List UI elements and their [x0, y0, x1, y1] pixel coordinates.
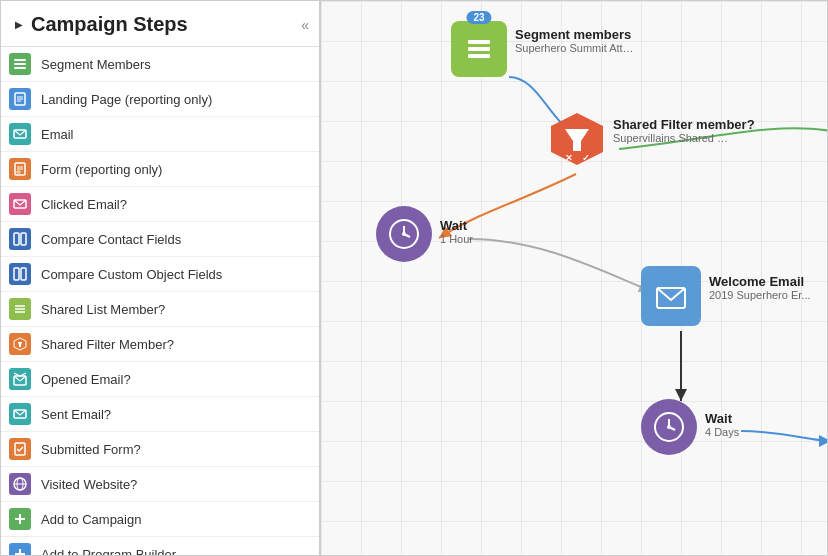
svg-point-50	[667, 425, 671, 429]
badge: 23	[466, 11, 491, 24]
sidebar: ▶ Campaign Steps « Segment Members Landi…	[1, 1, 321, 556]
wait2-title: Wait	[705, 411, 739, 426]
wait1-subtitle: 1 Hour	[440, 233, 473, 245]
email-title: Welcome Email	[709, 274, 811, 289]
svg-text:✓: ✓	[582, 153, 590, 163]
sidebar-item-opened-email[interactable]: Opened Email?	[1, 362, 319, 397]
sidebar-item-shared-list[interactable]: Shared List Member?	[1, 292, 319, 327]
visited-website-icon	[9, 473, 31, 495]
svg-rect-14	[21, 233, 26, 245]
email-icon	[9, 123, 31, 145]
email-node[interactable]: Welcome Email 2019 Superhero Er...	[641, 266, 811, 326]
sent-email-icon	[9, 403, 31, 425]
sidebar-item-add-program[interactable]: Add to Program Builder	[1, 537, 319, 556]
svg-rect-16	[21, 268, 26, 280]
form-icon	[9, 158, 31, 180]
clicked-email-icon	[9, 193, 31, 215]
sidebar-title: Campaign Steps	[31, 13, 188, 36]
sidebar-item-email[interactable]: Email	[1, 117, 319, 152]
shared-list-icon	[9, 298, 31, 320]
add-campaign-icon	[9, 508, 31, 530]
email-label: Email	[41, 127, 74, 142]
segment-icon: 23	[451, 21, 507, 77]
sidebar-header: ▶ Campaign Steps «	[1, 1, 319, 47]
sidebar-list: Segment Members Landing Page (reporting …	[1, 47, 319, 556]
form-label: Form (reporting only)	[41, 162, 162, 177]
email-subtitle: 2019 Superhero Er...	[709, 289, 811, 301]
submitted-form-icon	[9, 438, 31, 460]
svg-rect-11	[17, 171, 20, 173]
opened-email-icon	[9, 368, 31, 390]
wait2-node[interactable]: Wait 4 Days	[641, 399, 739, 455]
visited-website-label: Visited Website?	[41, 477, 137, 492]
sidebar-item-compare-contact[interactable]: Compare Contact Fields	[1, 222, 319, 257]
shared-list-label: Shared List Member?	[41, 302, 165, 317]
wait1-icon	[376, 206, 432, 262]
sidebar-item-segment-members[interactable]: Segment Members	[1, 47, 319, 82]
shared-filter-label: Shared Filter Member?	[41, 337, 174, 352]
compare-contact-icon	[9, 228, 31, 250]
opened-email-label: Opened Email?	[41, 372, 131, 387]
svg-rect-37	[468, 54, 490, 58]
add-program-label: Add to Program Builder	[41, 547, 176, 557]
segment-title: Segment members	[515, 27, 635, 42]
svg-point-45	[402, 232, 406, 236]
wait1-node[interactable]: Wait 1 Hour	[376, 206, 473, 262]
segment-node[interactable]: 23 Segment members Superhero Summit Atte…	[451, 21, 635, 77]
filter-subtitle: Supervillains Shared Filter	[613, 132, 733, 144]
landing-page-label: Landing Page (reporting only)	[41, 92, 212, 107]
filter-icon: ✕ ✓	[549, 111, 605, 167]
sent-email-label: Sent Email?	[41, 407, 111, 422]
svg-rect-15	[14, 268, 19, 280]
landing-page-icon	[9, 88, 31, 110]
wait2-subtitle: 4 Days	[705, 426, 739, 438]
expand-icon[interactable]: ▶	[15, 19, 23, 30]
canvas: 23 Segment members Superhero Summit Atte…	[321, 1, 827, 555]
wait1-title: Wait	[440, 218, 473, 233]
svg-text:✕: ✕	[565, 153, 573, 163]
sidebar-item-sent-email[interactable]: Sent Email?	[1, 397, 319, 432]
add-program-icon	[9, 543, 31, 556]
segment-members-label: Segment Members	[41, 57, 151, 72]
filter-title: Shared Filter member?	[613, 117, 755, 132]
sidebar-item-form[interactable]: Form (reporting only)	[1, 152, 319, 187]
svg-rect-2	[14, 67, 26, 69]
svg-rect-13	[14, 233, 19, 245]
add-campaign-label: Add to Campaign	[41, 512, 141, 527]
clicked-email-label: Clicked Email?	[41, 197, 127, 212]
wait2-icon	[641, 399, 697, 455]
filter-node[interactable]: ✕ ✓ Shared Filter member? Supervillains …	[549, 111, 755, 167]
sidebar-item-clicked-email[interactable]: Clicked Email?	[1, 187, 319, 222]
sidebar-item-add-campaign[interactable]: Add to Campaign	[1, 502, 319, 537]
sidebar-item-compare-custom[interactable]: Compare Custom Object Fields	[1, 257, 319, 292]
svg-rect-36	[468, 47, 490, 51]
svg-rect-1	[14, 63, 26, 65]
shared-filter-icon	[9, 333, 31, 355]
compare-custom-label: Compare Custom Object Fields	[41, 267, 222, 282]
email-icon	[641, 266, 701, 326]
collapse-button[interactable]: «	[301, 17, 309, 33]
sidebar-item-visited-website[interactable]: Visited Website?	[1, 467, 319, 502]
submitted-form-label: Submitted Form?	[41, 442, 141, 457]
compare-contact-label: Compare Contact Fields	[41, 232, 181, 247]
sidebar-item-submitted-form[interactable]: Submitted Form?	[1, 432, 319, 467]
compare-custom-icon	[9, 263, 31, 285]
sidebar-item-landing-page[interactable]: Landing Page (reporting only)	[1, 82, 319, 117]
svg-rect-35	[468, 40, 490, 44]
svg-rect-0	[14, 59, 26, 61]
segment-members-icon	[9, 53, 31, 75]
sidebar-item-shared-filter[interactable]: Shared Filter Member?	[1, 327, 319, 362]
segment-subtitle: Superhero Summit Attendees	[515, 42, 635, 54]
